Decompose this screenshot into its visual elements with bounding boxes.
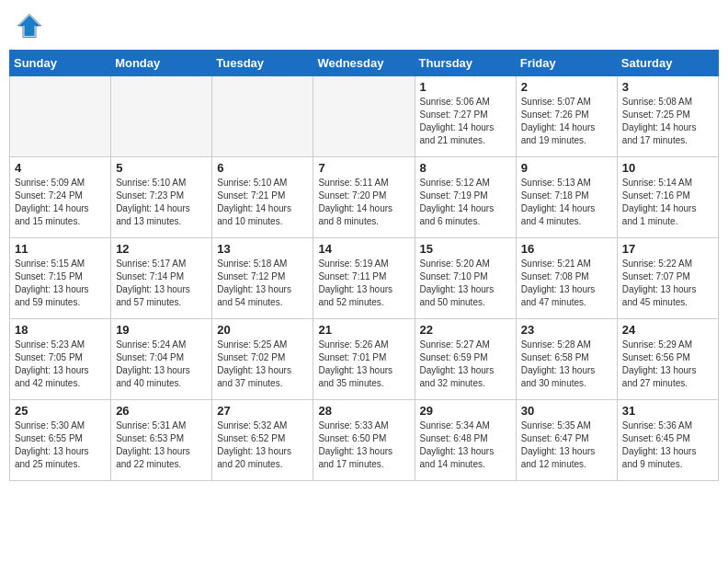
day-info: Sunrise: 5:30 AM Sunset: 6:55 PM Dayligh… [15,419,106,471]
day-number: 21 [318,323,409,337]
week-row-3: 18Sunrise: 5:23 AM Sunset: 7:05 PM Dayli… [10,319,719,400]
day-number: 22 [420,323,511,337]
calendar-cell: 16Sunrise: 5:21 AM Sunset: 7:08 PM Dayli… [516,238,617,319]
day-info: Sunrise: 5:25 AM Sunset: 7:02 PM Dayligh… [217,339,308,390]
calendar-cell [313,76,415,157]
calendar-cell: 14Sunrise: 5:19 AM Sunset: 7:11 PM Dayli… [313,238,415,319]
calendar-cell [10,76,111,157]
calendar-cell: 2Sunrise: 5:07 AM Sunset: 7:26 PM Daylig… [516,76,617,157]
day-info: Sunrise: 5:22 AM Sunset: 7:07 PM Dayligh… [622,258,713,309]
calendar-cell: 29Sunrise: 5:34 AM Sunset: 6:48 PM Dayli… [415,400,516,481]
day-info: Sunrise: 5:13 AM Sunset: 7:18 PM Dayligh… [521,177,612,228]
day-info: Sunrise: 5:26 AM Sunset: 7:01 PM Dayligh… [318,339,409,390]
day-info: Sunrise: 5:18 AM Sunset: 7:12 PM Dayligh… [217,258,308,309]
day-info: Sunrise: 5:15 AM Sunset: 7:15 PM Dayligh… [15,258,106,309]
day-info: Sunrise: 5:10 AM Sunset: 7:23 PM Dayligh… [116,177,207,228]
calendar-cell: 19Sunrise: 5:24 AM Sunset: 7:04 PM Dayli… [111,319,212,400]
day-number: 31 [622,404,713,418]
calendar-cell: 12Sunrise: 5:17 AM Sunset: 7:14 PM Dayli… [111,238,212,319]
day-info: Sunrise: 5:17 AM Sunset: 7:14 PM Dayligh… [116,258,207,309]
calendar-table: SundayMondayTuesdayWednesdayThursdayFrid… [9,50,719,481]
calendar-cell: 11Sunrise: 5:15 AM Sunset: 7:15 PM Dayli… [10,238,111,319]
header-day-saturday: Saturday [617,51,718,76]
header-day-wednesday: Wednesday [313,51,415,76]
day-number: 20 [217,323,308,337]
calendar-cell: 28Sunrise: 5:33 AM Sunset: 6:50 PM Dayli… [313,400,415,481]
day-info: Sunrise: 5:12 AM Sunset: 7:19 PM Dayligh… [420,177,511,228]
calendar-cell: 13Sunrise: 5:18 AM Sunset: 7:12 PM Dayli… [212,238,313,319]
calendar-cell: 6Sunrise: 5:10 AM Sunset: 7:21 PM Daylig… [212,157,313,238]
day-info: Sunrise: 5:23 AM Sunset: 7:05 PM Dayligh… [15,339,106,390]
logo-icon [17,13,42,39]
calendar-cell: 10Sunrise: 5:14 AM Sunset: 7:16 PM Dayli… [617,157,718,238]
day-number: 3 [622,80,713,94]
day-number: 4 [15,161,106,175]
calendar-cell: 4Sunrise: 5:09 AM Sunset: 7:24 PM Daylig… [10,157,111,238]
day-number: 25 [15,404,106,418]
day-info: Sunrise: 5:06 AM Sunset: 7:27 PM Dayligh… [420,96,511,147]
day-info: Sunrise: 5:36 AM Sunset: 6:45 PM Dayligh… [622,419,713,471]
calendar-cell: 25Sunrise: 5:30 AM Sunset: 6:55 PM Dayli… [10,400,111,481]
calendar-cell: 30Sunrise: 5:35 AM Sunset: 6:47 PM Dayli… [516,400,617,481]
day-number: 5 [116,161,207,175]
calendar-cell: 3Sunrise: 5:08 AM Sunset: 7:25 PM Daylig… [617,76,718,157]
calendar-cell: 24Sunrise: 5:29 AM Sunset: 6:56 PM Dayli… [617,319,718,400]
calendar-body: 1Sunrise: 5:06 AM Sunset: 7:27 PM Daylig… [10,76,719,481]
day-info: Sunrise: 5:24 AM Sunset: 7:04 PM Dayligh… [116,339,207,390]
day-info: Sunrise: 5:07 AM Sunset: 7:26 PM Dayligh… [521,96,612,147]
day-number: 11 [15,242,106,256]
day-number: 27 [217,404,308,418]
day-number: 8 [420,161,511,175]
day-number: 24 [622,323,713,337]
day-number: 15 [420,242,511,256]
day-info: Sunrise: 5:09 AM Sunset: 7:24 PM Dayligh… [15,177,106,228]
calendar-cell [212,76,313,157]
calendar-cell: 31Sunrise: 5:36 AM Sunset: 6:45 PM Dayli… [617,400,718,481]
header-day-thursday: Thursday [415,51,516,76]
day-number: 14 [318,242,409,256]
day-info: Sunrise: 5:19 AM Sunset: 7:11 PM Dayligh… [318,258,409,309]
day-number: 28 [318,404,409,418]
day-number: 19 [116,323,207,337]
calendar-cell: 8Sunrise: 5:12 AM Sunset: 7:19 PM Daylig… [415,157,516,238]
calendar-cell: 23Sunrise: 5:28 AM Sunset: 6:58 PM Dayli… [516,319,617,400]
day-info: Sunrise: 5:32 AM Sunset: 6:52 PM Dayligh… [217,419,308,471]
day-number: 30 [521,404,612,418]
calendar-cell [111,76,212,157]
week-row-2: 11Sunrise: 5:15 AM Sunset: 7:15 PM Dayli… [10,238,719,319]
day-info: Sunrise: 5:27 AM Sunset: 6:59 PM Dayligh… [420,339,511,390]
calendar-cell: 1Sunrise: 5:06 AM Sunset: 7:27 PM Daylig… [415,76,516,157]
day-info: Sunrise: 5:10 AM Sunset: 7:21 PM Dayligh… [217,177,308,228]
header-row: SundayMondayTuesdayWednesdayThursdayFrid… [10,51,719,76]
day-number: 12 [116,242,207,256]
calendar-cell: 17Sunrise: 5:22 AM Sunset: 7:07 PM Dayli… [617,238,718,319]
day-info: Sunrise: 5:21 AM Sunset: 7:08 PM Dayligh… [521,258,612,309]
page-header [9,9,719,42]
day-number: 1 [420,80,511,94]
day-info: Sunrise: 5:08 AM Sunset: 7:25 PM Dayligh… [622,96,713,147]
calendar-cell: 9Sunrise: 5:13 AM Sunset: 7:18 PM Daylig… [516,157,617,238]
day-number: 17 [622,242,713,256]
calendar-cell: 5Sunrise: 5:10 AM Sunset: 7:23 PM Daylig… [111,157,212,238]
day-info: Sunrise: 5:28 AM Sunset: 6:58 PM Dayligh… [521,339,612,390]
day-number: 9 [521,161,612,175]
day-info: Sunrise: 5:33 AM Sunset: 6:50 PM Dayligh… [318,419,409,471]
header-day-sunday: Sunday [10,51,111,76]
calendar-cell: 15Sunrise: 5:20 AM Sunset: 7:10 PM Dayli… [415,238,516,319]
day-info: Sunrise: 5:35 AM Sunset: 6:47 PM Dayligh… [521,419,612,471]
calendar-cell: 18Sunrise: 5:23 AM Sunset: 7:05 PM Dayli… [10,319,111,400]
day-info: Sunrise: 5:31 AM Sunset: 6:53 PM Dayligh… [116,419,207,471]
calendar-header: SundayMondayTuesdayWednesdayThursdayFrid… [10,51,719,76]
calendar-cell: 22Sunrise: 5:27 AM Sunset: 6:59 PM Dayli… [415,319,516,400]
day-number: 26 [116,404,207,418]
header-day-friday: Friday [516,51,617,76]
day-number: 13 [217,242,308,256]
day-info: Sunrise: 5:20 AM Sunset: 7:10 PM Dayligh… [420,258,511,309]
day-number: 18 [15,323,106,337]
logo [17,13,44,39]
day-info: Sunrise: 5:29 AM Sunset: 6:56 PM Dayligh… [622,339,713,390]
week-row-4: 25Sunrise: 5:30 AM Sunset: 6:55 PM Dayli… [10,400,719,481]
day-number: 6 [217,161,308,175]
calendar-cell: 21Sunrise: 5:26 AM Sunset: 7:01 PM Dayli… [313,319,415,400]
header-day-tuesday: Tuesday [212,51,313,76]
